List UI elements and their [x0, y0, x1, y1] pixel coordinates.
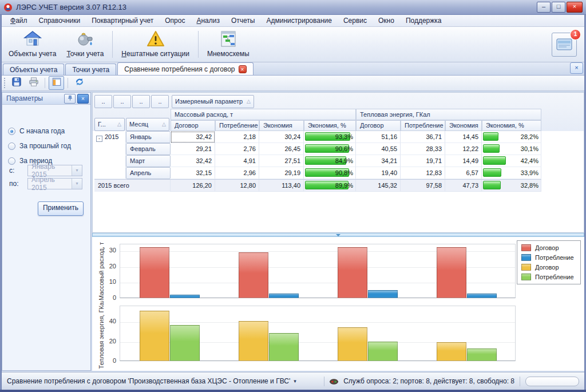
cell[interactable]: 2,18: [215, 131, 259, 143]
status-selection-text[interactable]: Сравнение потребления с договором 'Произ…: [7, 377, 290, 385]
tab[interactable]: Объекты учета: [3, 64, 64, 75]
economy-percent-cell[interactable]: 90,6%: [304, 143, 356, 155]
column-header[interactable]: Потребление: [215, 120, 259, 131]
menu-item[interactable]: Окно: [373, 15, 400, 26]
cell[interactable]: 145,32: [356, 180, 401, 192]
menu-item[interactable]: Анализ: [191, 15, 225, 26]
cell[interactable]: 126,20: [171, 180, 215, 192]
dropdown-caret-icon[interactable]: ▾: [294, 378, 296, 384]
economy-percent-cell[interactable]: 33,9%: [482, 167, 541, 179]
radio-option[interactable]: С начала года: [8, 126, 65, 136]
close-button[interactable]: ×: [567, 2, 583, 13]
menu-item[interactable]: Поквартирный учет: [86, 15, 159, 26]
column-header[interactable]: Экономия, %: [482, 120, 541, 131]
toolbar-button[interactable]: Нештатные ситуации: [116, 28, 195, 61]
save-button[interactable]: [9, 76, 24, 90]
menu-item[interactable]: Сервис: [338, 15, 373, 26]
cell[interactable]: 32,42: [171, 131, 215, 143]
maximize-button[interactable]: □: [552, 2, 565, 13]
cell[interactable]: 29,19: [259, 167, 304, 179]
splitter-handle[interactable]: [92, 233, 584, 237]
toolbar-button[interactable]: Мнемосхемы: [202, 28, 255, 61]
month-column-header[interactable]: Месяц△: [126, 118, 169, 131]
cell[interactable]: 26,45: [259, 143, 304, 155]
filter-button[interactable]: ..: [132, 95, 150, 108]
economy-percent-cell[interactable]: 42,4%: [482, 155, 541, 167]
filter-button[interactable]: ..: [151, 95, 169, 108]
column-header[interactable]: Договор: [171, 120, 215, 131]
cell[interactable]: 19,40: [356, 167, 401, 179]
month-cell[interactable]: Февраль: [126, 143, 171, 155]
pin-panel-button[interactable]: [64, 94, 76, 104]
menu-item[interactable]: Файл: [5, 15, 33, 26]
collapse-icon[interactable]: -: [96, 136, 102, 142]
economy-percent-cell[interactable]: 84,9%: [304, 155, 356, 167]
cell[interactable]: 28,33: [401, 143, 445, 155]
tab[interactable]: Точки учета: [65, 64, 116, 75]
economy-percent-cell[interactable]: 90,8%: [304, 167, 356, 179]
toolbar-button[interactable]: Объекты учета: [3, 28, 61, 61]
measured-parameter-header[interactable]: Измеряемый параметр△: [172, 95, 254, 108]
tab-close-icon[interactable]: ×: [239, 65, 247, 73]
cell[interactable]: 2,96: [215, 167, 259, 179]
period-to-select[interactable]: Апрель 2015 ▾: [27, 178, 82, 189]
cell[interactable]: 40,55: [356, 143, 401, 155]
column-header[interactable]: Экономия: [445, 120, 482, 131]
cell[interactable]: 19,71: [401, 155, 445, 167]
messages-button[interactable]: 1: [552, 33, 577, 57]
menu-item[interactable]: Справочники: [33, 15, 86, 26]
cell[interactable]: 14,45: [445, 131, 482, 143]
menu-item[interactable]: Поддержка: [400, 15, 448, 26]
close-panel-button[interactable]: ×: [77, 94, 89, 104]
toolbar-grip: [4, 78, 5, 88]
economy-percent-cell[interactable]: 32,8%: [482, 180, 541, 192]
toolbar-button[interactable]: Точки учета: [61, 28, 109, 61]
filter-button[interactable]: ..: [94, 95, 112, 108]
column-header[interactable]: Потребление: [401, 120, 445, 131]
economy-percent-cell[interactable]: 93,3%: [304, 131, 356, 143]
close-tab-group-button[interactable]: ×: [570, 62, 583, 74]
cell[interactable]: 6,57: [445, 167, 482, 179]
cell[interactable]: 32,42: [171, 155, 215, 167]
cell[interactable]: 51,16: [356, 131, 401, 143]
cell[interactable]: 4,91: [215, 155, 259, 167]
cell[interactable]: 2,76: [215, 143, 259, 155]
cell[interactable]: 12,80: [215, 180, 259, 192]
year-group-cell[interactable]: -2015: [94, 131, 126, 179]
cell[interactable]: 14,49: [445, 155, 482, 167]
cell[interactable]: 36,71: [401, 131, 445, 143]
year-column-header[interactable]: Г...△: [94, 118, 125, 131]
economy-percent-cell[interactable]: 89,9%: [304, 180, 356, 192]
filter-button[interactable]: ..: [113, 95, 131, 108]
column-header[interactable]: Экономия, %: [304, 120, 356, 131]
cell[interactable]: 34,21: [356, 155, 401, 167]
apply-button[interactable]: Применить: [38, 201, 84, 216]
month-cell[interactable]: Январь: [126, 131, 171, 143]
month-cell[interactable]: Март: [126, 155, 171, 167]
cell[interactable]: 12,22: [445, 143, 482, 155]
cell[interactable]: 97,58: [401, 180, 445, 192]
period-from-select[interactable]: Январь 2015 ▾: [27, 165, 82, 176]
menu-item[interactable]: Отчеты: [225, 15, 260, 26]
print-button[interactable]: [26, 76, 41, 90]
economy-percent-cell[interactable]: 28,2%: [482, 131, 541, 143]
menu-item[interactable]: Администрирование: [260, 15, 337, 26]
radio-option[interactable]: За период: [8, 156, 52, 165]
column-header[interactable]: Договор: [356, 120, 401, 131]
month-cell[interactable]: Апрель: [126, 167, 171, 179]
menu-item[interactable]: Опрос: [159, 15, 191, 26]
minimize-button[interactable]: –: [537, 2, 551, 13]
cell[interactable]: 27,51: [259, 155, 304, 167]
economy-percent-cell[interactable]: 30,1%: [482, 143, 541, 155]
tab[interactable]: Сравнение потребления с договор×: [117, 62, 253, 75]
refresh-button[interactable]: [72, 76, 87, 90]
cell[interactable]: 47,73: [445, 180, 482, 192]
cell[interactable]: 32,15: [171, 167, 215, 179]
cell[interactable]: 113,40: [259, 180, 304, 192]
toggle-params-panel-button[interactable]: [49, 76, 64, 90]
cell[interactable]: 30,24: [259, 131, 304, 143]
cell[interactable]: 12,83: [401, 167, 445, 179]
radio-option[interactable]: За прошлый год: [8, 141, 71, 151]
column-header[interactable]: Экономия: [259, 120, 304, 131]
cell[interactable]: 29,21: [171, 143, 215, 155]
